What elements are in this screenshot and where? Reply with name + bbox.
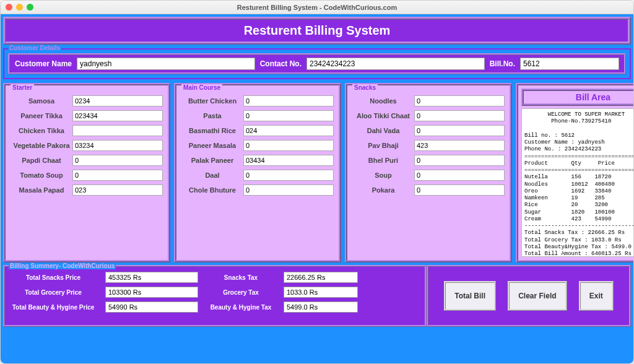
item-row: Vegetable Pakora bbox=[11, 140, 163, 151]
starter-item-input[interactable] bbox=[72, 110, 163, 121]
billno-input[interactable] bbox=[520, 58, 619, 70]
summary-label: Total Beauty & Hygine Price bbox=[10, 304, 97, 311]
customer-name-label: Customer Name bbox=[15, 59, 72, 68]
item-row: Butter Chicken bbox=[181, 95, 334, 106]
total-bill-button[interactable]: Total Bill bbox=[444, 281, 496, 311]
item-row: Bhel Puri bbox=[352, 155, 505, 166]
main-legend: Main Course bbox=[181, 84, 222, 91]
item-row: Aloo Tikki Chaat bbox=[352, 110, 505, 121]
item-row: Soup bbox=[352, 170, 505, 181]
main-course-column: Main Course Butter ChickenPastaBasmathi … bbox=[174, 83, 341, 262]
item-row: Noodles bbox=[352, 95, 505, 106]
summary-legend: Billing Summery- CodeWithCurious bbox=[9, 262, 116, 269]
starter-item-label: Samosa bbox=[11, 97, 72, 105]
snacks-column: Snacks NoodlesAloo Tikki ChaatDahi VadaP… bbox=[345, 83, 512, 262]
bill-text-area[interactable]: WELCOME TO SUPER MARKET Phone-No.7392754… bbox=[521, 108, 634, 257]
main-item-label: Palak Paneer bbox=[181, 157, 243, 164]
item-row: Chole Bhuture bbox=[181, 184, 334, 196]
main-item-input[interactable] bbox=[243, 140, 334, 151]
exit-button[interactable]: Exit bbox=[579, 281, 614, 311]
main-item-label: Basmathi Rice bbox=[181, 127, 243, 134]
item-row: Dahi Vada bbox=[352, 125, 505, 136]
main-item-label: Daal bbox=[181, 171, 243, 179]
snacks-item-input[interactable] bbox=[414, 184, 505, 196]
summary-label: Total Snacks Price bbox=[10, 274, 97, 281]
clear-field-button[interactable]: Clear Field bbox=[508, 281, 567, 311]
item-row: Paneer Masala bbox=[181, 140, 334, 151]
starter-item-label: Vegetable Pakora bbox=[11, 142, 72, 149]
window-titlebar: Resturent Billing System - CodeWithCurio… bbox=[1, 1, 633, 14]
starter-item-input[interactable] bbox=[72, 95, 163, 106]
bill-area-header: Bill Area bbox=[521, 89, 634, 106]
item-row: Daal bbox=[181, 170, 334, 181]
summary-value[interactable] bbox=[105, 287, 198, 298]
summary-label: Total Grocery Price bbox=[10, 289, 97, 296]
snacks-item-input[interactable] bbox=[414, 140, 505, 151]
window-title: Resturent Billing System - CodeWithCurio… bbox=[1, 4, 633, 11]
item-row: Pav Bhaji bbox=[352, 140, 505, 151]
app-banner: Resturent Billing System bbox=[3, 17, 631, 45]
starter-item-input[interactable] bbox=[72, 170, 163, 181]
main-item-input[interactable] bbox=[243, 170, 334, 181]
customer-name-input[interactable] bbox=[77, 58, 255, 70]
snacks-item-label: Soup bbox=[352, 171, 414, 179]
item-row: Pokara bbox=[352, 184, 505, 196]
summary-tax-value[interactable] bbox=[284, 272, 358, 283]
snacks-item-input[interactable] bbox=[414, 125, 505, 136]
item-row: Papdi Chaat bbox=[11, 155, 163, 166]
starter-item-label: Tomato Soup bbox=[11, 171, 72, 179]
snacks-item-label: Bhel Puri bbox=[352, 157, 414, 164]
item-row: Tomato Soup bbox=[11, 170, 163, 181]
contact-label: Contact No. bbox=[260, 59, 302, 68]
starter-item-label: Paneer Tikka bbox=[11, 112, 72, 119]
starter-item-input[interactable] bbox=[72, 125, 163, 136]
summary-tax-value[interactable] bbox=[284, 287, 358, 298]
summary-tax-label: Beauty & Hygine Tax bbox=[207, 304, 275, 311]
billno-label: Bill.No. bbox=[490, 59, 515, 68]
starter-column: Starter SamosaPaneer TikkaChicken TikkaV… bbox=[3, 83, 170, 262]
snacks-item-label: Pav Bhaji bbox=[352, 142, 414, 149]
item-row: Palak Paneer bbox=[181, 155, 334, 166]
snacks-item-label: Dahi Vada bbox=[352, 127, 414, 134]
main-item-input[interactable] bbox=[243, 184, 334, 196]
main-item-label: Paneer Masala bbox=[181, 142, 243, 149]
summary-value[interactable] bbox=[105, 301, 198, 313]
main-item-label: Pasta bbox=[181, 112, 243, 119]
item-row: Chicken Tikka bbox=[11, 125, 163, 136]
starter-item-input[interactable] bbox=[72, 184, 163, 196]
customer-legend: Customer Details bbox=[8, 45, 61, 51]
action-buttons: Total Bill Clear Field Exit bbox=[427, 265, 631, 327]
snacks-item-label: Pokara bbox=[352, 186, 414, 194]
starter-item-label: Masala Papad bbox=[11, 186, 72, 194]
starter-legend: Starter bbox=[11, 84, 34, 91]
main-item-label: Butter Chicken bbox=[181, 97, 243, 105]
snacks-item-label: Aloo Tikki Chaat bbox=[352, 112, 414, 119]
item-row: Paneer Tikka bbox=[11, 110, 163, 121]
snacks-legend: Snacks bbox=[352, 84, 378, 91]
main-item-label: Chole Bhuture bbox=[181, 186, 243, 194]
main-item-input[interactable] bbox=[243, 155, 334, 166]
summary-value[interactable] bbox=[105, 272, 198, 283]
snacks-item-label: Noodles bbox=[352, 97, 414, 105]
main-item-input[interactable] bbox=[243, 110, 334, 121]
main-item-input[interactable] bbox=[243, 95, 334, 106]
starter-item-input[interactable] bbox=[72, 155, 163, 166]
starter-item-label: Papdi Chaat bbox=[11, 157, 72, 164]
snacks-item-input[interactable] bbox=[414, 95, 505, 106]
summary-tax-label: Grocery Tax bbox=[207, 289, 275, 296]
main-item-input[interactable] bbox=[243, 125, 334, 136]
snacks-item-input[interactable] bbox=[414, 170, 505, 181]
item-row: Basmathi Rice bbox=[181, 125, 334, 136]
item-row: Samosa bbox=[11, 95, 163, 106]
summary-tax-label: Snacks Tax bbox=[207, 274, 275, 281]
billing-summary: Billing Summery- CodeWithCurious Total S… bbox=[3, 265, 427, 327]
item-row: Masala Papad bbox=[11, 184, 163, 196]
item-row: Pasta bbox=[181, 110, 334, 121]
snacks-item-input[interactable] bbox=[414, 155, 505, 166]
snacks-item-input[interactable] bbox=[414, 110, 505, 121]
starter-item-input[interactable] bbox=[72, 140, 163, 151]
starter-item-label: Chicken Tikka bbox=[11, 127, 72, 134]
summary-tax-value[interactable] bbox=[284, 301, 358, 313]
contact-input[interactable] bbox=[306, 58, 485, 70]
bill-area-column: Bill Area WELCOME TO SUPER MARKET Phone-… bbox=[516, 83, 634, 262]
